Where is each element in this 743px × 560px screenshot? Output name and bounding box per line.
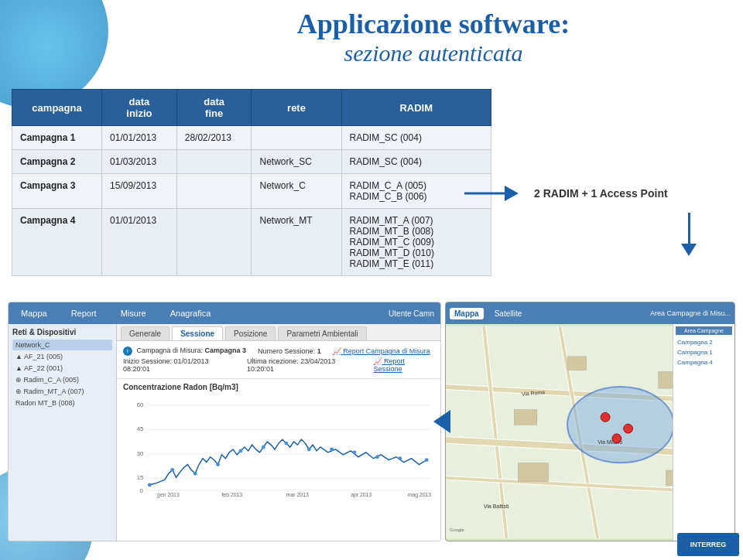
inizio-label: Inizio Sessione:: [123, 357, 174, 365]
th-campagna: campagna: [12, 90, 102, 126]
svg-rect-47: [518, 463, 548, 482]
th-rete: rete: [252, 90, 341, 126]
down-arrow: [681, 213, 697, 256]
campagna4-link[interactable]: Campagna 4: [676, 357, 732, 367]
app-main: Generale Sessione Posizione Parametri Am…: [117, 324, 440, 541]
cell-data-inizio-2: 15/09/2013: [102, 174, 177, 209]
tab-parametri[interactable]: Parametri Ambientali: [278, 326, 366, 340]
map-tab-satellite[interactable]: Satellite: [490, 308, 527, 319]
svg-text:0: 0: [140, 487, 144, 494]
table-row: Campagna 1 01/01/2013 28/02/2013 RADIM_S…: [12, 126, 491, 150]
svg-point-27: [425, 458, 429, 462]
info-icon: i: [123, 347, 132, 356]
svg-point-15: [148, 483, 152, 487]
svg-point-23: [330, 447, 334, 451]
app-sidebar: Reti & Dispositivi Network_C ▲ AF_21 (00…: [9, 324, 117, 541]
title-area: Applicazione software: sezione autentica…: [139, 8, 728, 67]
numero-label: Numero Sessione:: [258, 347, 317, 355]
svg-point-18: [216, 463, 220, 466]
cell-radim-3: RADIM_MT_A (007)RADIM_MT_B (008)RADIM_MT…: [341, 209, 491, 276]
th-data-fine: datafine: [176, 90, 252, 126]
map-right-panel: Area Campagne Campagna 2 Campagna 1 Camp…: [673, 324, 734, 541]
interreg-text: INTERREG: [690, 541, 727, 548]
svg-text:30: 30: [137, 450, 144, 457]
table-row: Campagna 4 01/01/2013 Network_MT RADIM_M…: [12, 209, 491, 276]
th-radim: RADIM: [341, 90, 491, 126]
cell-rete-3: Network_MT: [252, 209, 341, 276]
svg-text:mag 2013: mag 2013: [408, 492, 432, 498]
svg-point-21: [284, 442, 288, 446]
sidebar-item-radim-mta[interactable]: ⊕ Radim_MT_A (007): [12, 386, 112, 397]
cell-campagna-1: Campagna 2: [12, 150, 102, 174]
svg-text:mar 2013: mar 2013: [286, 492, 309, 497]
svg-text:gen 2013: gen 2013: [157, 492, 180, 498]
svg-point-17: [193, 472, 197, 476]
session-info: i Campagna di Misura: Campagna 3 Numero …: [117, 341, 440, 379]
data-table-container: campagna datainizio datafine rete RADIM …: [12, 89, 491, 276]
sidebar-item-radon-mtb[interactable]: Radon MT_B (008): [12, 398, 112, 408]
right-arrow: [464, 182, 526, 205]
svg-point-26: [398, 456, 402, 460]
numero-value: 1: [317, 347, 321, 355]
cell-campagna-0: Campagna 1: [12, 126, 102, 150]
map-tab-mappa[interactable]: Mappa: [450, 308, 484, 319]
cell-data-fine-0: 28/02/2013: [176, 126, 252, 150]
map-content: Via Roma Via Milano Via Battisti Google …: [446, 324, 734, 541]
svg-point-22: [307, 447, 311, 451]
interreg-logo: INTERREG: [677, 533, 739, 556]
app-header: Mappa Report Misure Anagrafica Utente Ca…: [9, 302, 440, 324]
tab-posizione[interactable]: Posizione: [225, 326, 276, 340]
cell-radim-0: RADIM_SC (004): [341, 126, 491, 150]
sidebar-item-af22[interactable]: ▲ AF_22 (001): [12, 363, 112, 374]
map-right-header: Area Campagne di Misu...: [650, 309, 731, 317]
svg-rect-50: [567, 357, 587, 370]
tab-sessione[interactable]: Sessione: [172, 326, 223, 340]
map-left-arrow: [433, 410, 450, 433]
chart-area: Concentrazione Radon [Bq/m3] 60 45 30 15…: [117, 379, 440, 541]
svg-text:15: 15: [137, 474, 144, 481]
campagna1-link[interactable]: Campagna 1: [676, 347, 732, 357]
report-campagna-link[interactable]: 📈 Report Campagna di Misura: [333, 347, 430, 355]
campagna2-link[interactable]: Campagna 2: [676, 337, 732, 347]
table-row: Campagna 2 01/03/2013 Network_SC RADIM_S…: [12, 150, 491, 174]
svg-text:45: 45: [137, 425, 144, 432]
sidebar-item-radim-ca[interactable]: ⊕ Radim_C_A (005): [12, 374, 112, 385]
title-line2: sezione autenticata: [139, 40, 728, 67]
svg-text:Via Battisti: Via Battisti: [484, 504, 509, 509]
map-mockup: Mappa Satellite Area Campagne di Misu...…: [445, 302, 735, 541]
cell-data-inizio-1: 01/03/2013: [102, 150, 177, 174]
svg-text:60: 60: [137, 401, 144, 408]
sidebar-item-af21[interactable]: ▲ AF_21 (005): [12, 351, 112, 362]
svg-text:apr 2013: apr 2013: [351, 492, 372, 498]
cell-data-fine-3: [176, 209, 252, 276]
app-tab-anagrafica[interactable]: Anagrafica: [164, 307, 217, 319]
sidebar-item-network-c[interactable]: Network_C: [12, 340, 112, 350]
sidebar-title: Reti & Dispositivi: [12, 328, 112, 336]
ultima-label: Ultima ricezione:: [247, 357, 300, 365]
cell-data-fine-2: [176, 174, 252, 209]
tab-generale[interactable]: Generale: [121, 326, 169, 340]
app-tab-misure[interactable]: Misure: [115, 307, 152, 319]
campaign-table: campagna datainizio datafine rete RADIM …: [12, 89, 491, 276]
svg-rect-46: [514, 410, 536, 425]
svg-point-20: [262, 446, 265, 449]
annotation-text: 2 RADIM + 1 Access Point: [534, 187, 668, 200]
svg-point-43: [601, 412, 610, 422]
map-panel-title: Area Campagne: [676, 326, 732, 335]
report-sessione-link[interactable]: 📈 Report Sessione: [374, 357, 434, 373]
title-line1: Applicazione software:: [139, 8, 728, 40]
map-header: Mappa Satellite Area Campagne di Misu...: [446, 302, 734, 324]
table-row: Campagna 3 15/09/2013 Network_C RADIM_C_…: [12, 174, 491, 209]
chart-svg: 60 45 30 15 0 gen 2013 feb 2013 mar 2013…: [123, 393, 434, 501]
cell-campagna-3: Campagna 4: [12, 209, 102, 276]
cell-rete-1: Network_SC: [252, 150, 341, 174]
campagna-label: Campagna di Misura:: [137, 347, 205, 354]
app-tab-mappa[interactable]: Mappa: [15, 307, 53, 319]
svg-point-44: [624, 424, 633, 433]
cell-rete-0: [252, 126, 341, 150]
app-tab-report[interactable]: Report: [65, 307, 103, 319]
svg-point-25: [375, 455, 379, 459]
cell-data-fine-1: [176, 150, 252, 174]
app-content: Reti & Dispositivi Network_C ▲ AF_21 (00…: [9, 324, 440, 541]
svg-point-39: [567, 387, 673, 463]
